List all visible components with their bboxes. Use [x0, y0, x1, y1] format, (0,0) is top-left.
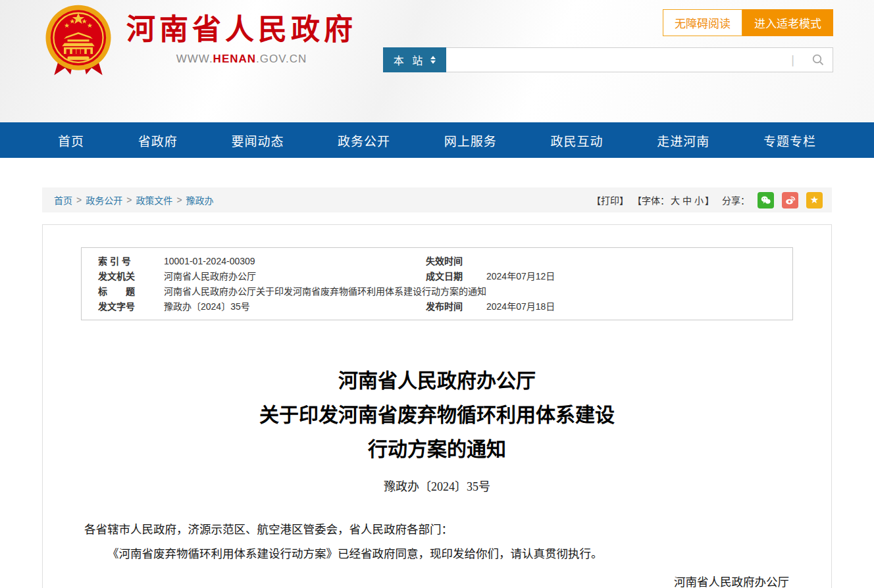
search-bar: 本 站 |	[383, 47, 833, 72]
document-paragraph: 各省辖市人民政府，济源示范区、航空港区管委会，省人民政府各部门：	[61, 518, 813, 542]
meta-title-value: 河南省人民政府办公厅关于印发河南省废弃物循环利用体系建设行动方案的通知	[164, 284, 792, 299]
share-weibo-button[interactable]	[782, 192, 798, 208]
meta-index-value: 10001-01-2024-00309	[164, 254, 426, 268]
meta-expiry-value	[486, 254, 792, 268]
document-number: 豫政办〔2024〕35号	[43, 477, 831, 494]
document-title-line: 行动方案的通知	[43, 432, 831, 466]
font-size-medium[interactable]: 中	[682, 195, 692, 206]
document-title-line: 河南省人民政府办公厅	[43, 364, 831, 398]
site-url: WWW.HENAN.GOV.CN	[126, 53, 357, 66]
breadcrumb-gov-affairs[interactable]: 政务公开	[86, 193, 122, 207]
search-scope-label: 本 站	[394, 52, 425, 68]
document-content-box: 索 引 号 10001-01-2024-00309 失效时间 发文机关 河南省人…	[42, 224, 832, 588]
font-size-prefix: 【字体：	[632, 195, 669, 206]
wechat-icon	[760, 195, 771, 206]
search-separator: |	[791, 53, 794, 67]
meta-written-date-value: 2024年07月12日	[486, 269, 792, 283]
top-buttons: 无障碍阅读 进入适老模式	[663, 9, 833, 36]
site-url-suffix: .GOV.CN	[256, 53, 307, 65]
scope-updown-icon	[430, 56, 436, 64]
site-url-prefix: WWW.	[176, 53, 213, 65]
document-title-line: 关于印发河南省废弃物循环利用体系建设	[43, 398, 831, 432]
site-name: 河南省人民政府	[126, 12, 357, 47]
font-size-large[interactable]: 大	[671, 195, 680, 206]
site-title-block: 河南省人民政府 WWW.HENAN.GOV.CN	[126, 3, 357, 66]
nav-item-provincial-gov[interactable]: 省政府	[138, 132, 178, 149]
signature-org: 河南省人民政府办公厅	[61, 570, 813, 588]
font-size-control: 【字体：大中小】	[632, 193, 714, 207]
meta-index-label: 索 引 号	[98, 254, 164, 268]
site-url-highlight: HENAN	[213, 53, 256, 65]
document-title: 河南省人民政府办公厅 关于印发河南省废弃物循环利用体系建设 行动方案的通知	[43, 364, 831, 466]
breadcrumb-home[interactable]: 首页	[54, 193, 72, 207]
document-paragraph: 《河南省废弃物循环利用体系建设行动方案》已经省政府同意，现印发给你们，请认真贯彻…	[61, 542, 813, 566]
meta-org-value: 河南省人民政府办公厅	[164, 269, 426, 283]
print-button[interactable]: 【打印】	[592, 193, 629, 207]
search-input-wrap: |	[446, 47, 833, 72]
site-header: 河南省人民政府 WWW.HENAN.GOV.CN 无障碍阅读 进入适老模式 本 …	[0, 0, 874, 122]
nav-item-news[interactable]: 要闻动态	[231, 132, 284, 149]
elder-mode-button[interactable]: 进入适老模式	[742, 9, 833, 36]
accessibility-reading-button[interactable]: 无障碍阅读	[663, 9, 742, 36]
meta-expiry-label: 失效时间	[426, 254, 486, 268]
nav-item-online-services[interactable]: 网上服务	[444, 132, 497, 149]
breadcrumb-bar: 首页 > 政务公开 > 政策文件 > 豫政办 【打印】 【字体：大中小】 分享：	[42, 187, 832, 212]
font-size-suffix: 】	[705, 195, 714, 206]
breadcrumb: 首页 > 政务公开 > 政策文件 > 豫政办	[54, 193, 214, 207]
meta-title-label: 标 题	[98, 284, 164, 299]
share-label: 分享：	[722, 193, 750, 207]
page-toolbar: 【打印】 【字体：大中小】 分享：	[592, 192, 823, 208]
breadcrumb-policy-files[interactable]: 政策文件	[136, 193, 172, 207]
meta-docno-value: 豫政办〔2024〕35号	[164, 299, 426, 314]
meta-org-label: 发文机关	[98, 269, 164, 283]
weibo-icon	[784, 195, 796, 206]
breadcrumb-separator: >	[126, 195, 132, 205]
nav-item-interaction[interactable]: 政民互动	[551, 132, 604, 149]
share-wechat-button[interactable]	[758, 192, 774, 208]
national-emblem-icon	[42, 3, 115, 78]
meta-written-date-label: 成文日期	[426, 269, 486, 283]
meta-docno-label: 发文字号	[98, 299, 164, 314]
nav-item-about-henan[interactable]: 走进河南	[657, 132, 709, 149]
meta-publish-date-value: 2024年07月18日	[486, 299, 792, 314]
search-icon	[811, 53, 825, 66]
search-button[interactable]	[804, 48, 833, 72]
font-size-small[interactable]: 小	[694, 195, 704, 206]
nav-item-home[interactable]: 首页	[58, 132, 84, 149]
breadcrumb-yuzhengban[interactable]: 豫政办	[186, 193, 214, 207]
share-favorite-button[interactable]: ★	[806, 192, 823, 208]
document-body: 各省辖市人民政府，济源示范区、航空港区管委会，省人民政府各部门： 《河南省废弃物…	[43, 518, 831, 588]
document-meta-table: 索 引 号 10001-01-2024-00309 失效时间 发文机关 河南省人…	[81, 247, 793, 320]
breadcrumb-separator: >	[176, 195, 182, 205]
nav-item-gov-affairs[interactable]: 政务公开	[338, 132, 390, 149]
search-scope-select[interactable]: 本 站	[383, 47, 446, 72]
nav-item-special-topics[interactable]: 专题专栏	[763, 132, 816, 149]
breadcrumb-separator: >	[76, 195, 82, 205]
site-logo[interactable]: 河南省人民政府 WWW.HENAN.GOV.CN	[42, 3, 357, 78]
main-nav: 首页 省政府 要闻动态 政务公开 网上服务 政民互动 走进河南 专题专栏	[0, 122, 874, 158]
meta-publish-date-label: 发布时间	[426, 299, 486, 314]
search-input[interactable]	[446, 48, 791, 72]
star-icon: ★	[810, 194, 819, 206]
page: 河南省人民政府 WWW.HENAN.GOV.CN 无障碍阅读 进入适老模式 本 …	[0, 0, 874, 588]
